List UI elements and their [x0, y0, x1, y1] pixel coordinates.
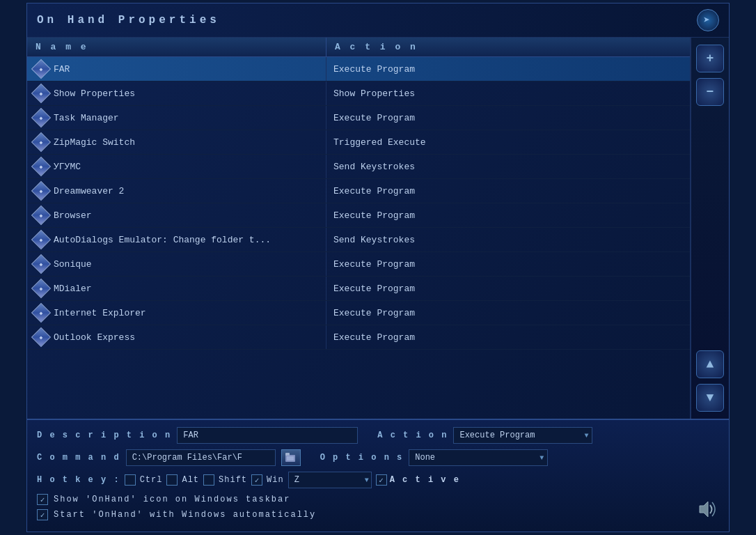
win-checkbox[interactable]: [251, 474, 262, 486]
add-button[interactable]: +: [696, 45, 724, 72]
row-name-text: MDialer: [54, 284, 92, 294]
row-name-text: FAR: [54, 64, 70, 75]
alt-checkbox[interactable]: [166, 474, 178, 486]
row-icon: [31, 279, 51, 298]
shift-label: Shift: [219, 475, 247, 485]
row-name: AutoDialogs Emulator: Change folder t...: [27, 228, 326, 251]
move-down-button[interactable]: ▼: [696, 384, 724, 412]
hotkey-input[interactable]: [288, 472, 372, 488]
hotkey-label: H o t k e y :: [37, 475, 120, 485]
row-icon: [31, 181, 51, 201]
table-row[interactable]: Dreamweaver 2 Execute Program: [27, 179, 690, 203]
browse-button[interactable]: [281, 449, 301, 466]
row-icon: [31, 59, 51, 79]
win-label: Win: [267, 475, 284, 485]
ctrl-checkbox[interactable]: [125, 474, 136, 486]
table-body: FAR Execute Program Show Properties Show…: [27, 57, 690, 419]
hotkey-row: H o t k e y : Ctrl Alt Shift Win ▼ A c t…: [37, 472, 719, 488]
hotkey-select-wrapper: ▼: [288, 472, 372, 488]
ctrl-label: Ctrl: [140, 475, 163, 485]
table-row[interactable]: Task Manager Execute Program: [27, 106, 690, 130]
row-action: Show Properties: [326, 84, 690, 104]
row-name-text: Show Properties: [54, 88, 135, 99]
row-action: Execute Program: [326, 327, 690, 348]
row-icon: [31, 108, 51, 127]
row-icon: [31, 84, 51, 103]
title-icon: ➤: [697, 9, 719, 31]
row-name-text: Task Manager: [54, 113, 119, 123]
row-action: Execute Program: [326, 59, 690, 79]
shift-checkbox[interactable]: [203, 474, 214, 486]
row-icon: [31, 327, 51, 347]
left-panel: N a m e A c t i o n FAR Execute Program …: [27, 38, 691, 419]
table-header: N a m e A c t i o n: [27, 38, 690, 57]
row-action: Triggered Execute: [326, 132, 690, 153]
options-select-wrapper: NoneRun as AdminMinimizedMaximized ▼: [409, 449, 548, 466]
alt-label: Alt: [182, 475, 199, 485]
options-select[interactable]: NoneRun as AdminMinimizedMaximized: [409, 449, 548, 466]
row-action: Execute Program: [326, 181, 690, 201]
action-select[interactable]: Execute ProgramShow PropertiesTriggered …: [453, 427, 592, 444]
row-action: Send Keystrokes: [326, 230, 690, 250]
table-row[interactable]: Show Properties Show Properties: [27, 82, 690, 106]
right-sidebar: + − ▲ ▼: [691, 38, 729, 419]
row-name-text: ZipMagic Switch: [54, 137, 135, 148]
table-row[interactable]: Sonique Execute Program: [27, 252, 690, 277]
table-row[interactable]: Outlook Express Execute Program: [27, 325, 690, 350]
table-row[interactable]: Internet Explorer Execute Program: [27, 301, 690, 325]
row-name-text: AutoDialogs Emulator: Change folder t...: [54, 235, 271, 245]
row-name: FAR: [27, 57, 326, 81]
description-row: D e s c r i p t i o n A c t i o n Execut…: [37, 427, 719, 444]
row-icon: [31, 206, 51, 225]
row-name: Outlook Express: [27, 325, 326, 349]
startup-checkbox[interactable]: [37, 509, 48, 520]
col-name-header: N a m e: [27, 38, 326, 56]
row-name: Sonique: [27, 252, 326, 276]
row-name-text: Sonique: [54, 259, 92, 270]
table-row[interactable]: FAR Execute Program: [27, 57, 690, 82]
bottom-checkboxes: Show 'OnHand' icon on Windows taskbar St…: [37, 494, 316, 525]
move-up-button[interactable]: ▲: [696, 350, 724, 378]
options-group: O p t i o n s NoneRun as AdminMinimizedM…: [320, 449, 549, 466]
row-action: Execute Program: [326, 254, 690, 274]
row-name-text: УГУМС: [54, 162, 81, 172]
taskbar-label: Show 'OnHand' icon on Windows taskbar: [54, 495, 290, 504]
description-input[interactable]: [177, 427, 358, 444]
svg-rect-1: [285, 453, 290, 456]
row-icon: [31, 230, 51, 249]
window-title: On Hand Properties: [37, 14, 220, 26]
svg-rect-2: [287, 456, 294, 460]
row-name-text: Internet Explorer: [54, 308, 146, 318]
taskbar-row: Show 'OnHand' icon on Windows taskbar: [37, 494, 316, 505]
startup-row: Start 'OnHand' with Windows automaticall…: [37, 509, 316, 520]
sound-button[interactable]: [695, 497, 719, 521]
app-window: On Hand Properties ➤ N a m e A c t i o n…: [26, 3, 730, 532]
table-row[interactable]: MDialer Execute Program: [27, 277, 690, 301]
options-label: O p t i o n s: [320, 453, 404, 463]
active-label: A c t i v e: [390, 475, 460, 485]
row-icon: [31, 254, 51, 274]
action-label: A c t i o n: [377, 431, 448, 440]
table-row[interactable]: AutoDialogs Emulator: Change folder t...…: [27, 228, 690, 252]
table-row[interactable]: Browser Execute Program: [27, 203, 690, 228]
bottom-panel: D e s c r i p t i o n A c t i o n Execut…: [27, 419, 729, 532]
command-input[interactable]: [126, 449, 276, 466]
command-row: C o m m a n d O p t i o n s NoneRun as A…: [37, 449, 719, 466]
startup-label: Start 'OnHand' with Windows automaticall…: [54, 510, 316, 520]
row-name: ZipMagic Switch: [27, 130, 326, 154]
row-action: Execute Program: [326, 108, 690, 128]
row-action: Execute Program: [326, 303, 690, 323]
active-checkbox[interactable]: [376, 474, 387, 486]
taskbar-checkbox[interactable]: [37, 494, 48, 505]
row-name: MDialer: [27, 277, 326, 300]
remove-button[interactable]: −: [696, 78, 724, 106]
active-group: A c t i v e: [376, 474, 460, 486]
row-name: Task Manager: [27, 106, 326, 130]
row-icon: [31, 303, 51, 323]
table-row[interactable]: УГУМС Send Keystrokes: [27, 155, 690, 179]
table-row[interactable]: ZipMagic Switch Triggered Execute: [27, 130, 690, 155]
row-icon: [31, 157, 51, 176]
row-action: Execute Program: [326, 206, 690, 226]
row-name-text: Dreamweaver 2: [54, 186, 124, 196]
row-name: Internet Explorer: [27, 301, 326, 325]
